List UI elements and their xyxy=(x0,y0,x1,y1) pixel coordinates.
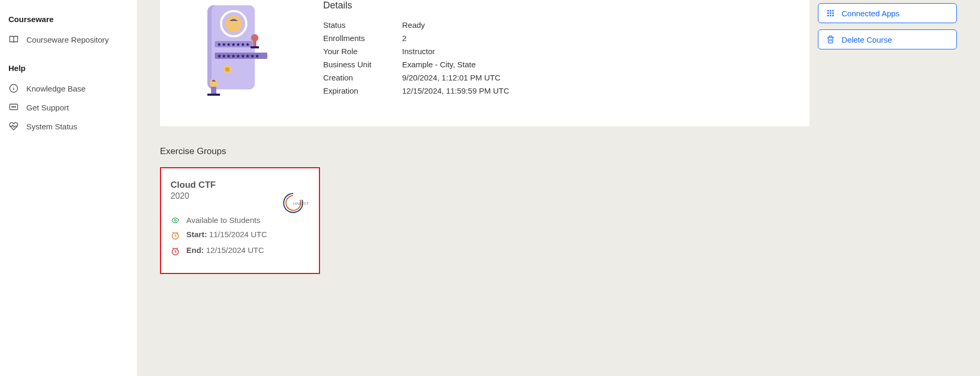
sidebar-section-help: Help Knowledge Base Get Support System S… xyxy=(8,64,128,136)
details-card: ★★★★★★★ ★★★★★★★★★ Details Status Ready xyxy=(160,0,809,126)
info-icon xyxy=(8,83,19,94)
svg-rect-41 xyxy=(827,15,829,16)
svg-rect-38 xyxy=(827,13,829,14)
sidebar-item-courseware-repository[interactable]: Courseware Repository xyxy=(8,30,128,49)
sidebar-item-label: Courseware Repository xyxy=(26,35,109,44)
svg-point-5 xyxy=(13,107,14,108)
section-heading-exercise-groups: Exercise Groups xyxy=(160,146,809,157)
details-row-enrollments: Enrollments 2 xyxy=(323,32,788,45)
details-value: Ready xyxy=(402,21,788,29)
svg-line-27 xyxy=(175,236,176,237)
start-value: 11/15/2024 UTC xyxy=(209,230,267,239)
details-row-expiration: Expiration 12/15/2024, 11:59:59 PM UTC xyxy=(323,84,788,97)
end-value: 12/15/2024 UTC xyxy=(206,246,264,255)
sidebar-item-knowledge-base[interactable]: Knowledge Base xyxy=(8,79,128,98)
details-value: 9/20/2024, 1:12:01 PM UTC xyxy=(402,73,788,82)
svg-point-6 xyxy=(15,107,16,108)
sidebar-item-get-support[interactable]: Get Support xyxy=(8,98,128,117)
svg-rect-39 xyxy=(830,13,832,14)
details-block: Details Status Ready Enrollments 2 Your … xyxy=(323,0,788,97)
svg-rect-35 xyxy=(827,10,829,12)
svg-point-17 xyxy=(251,34,258,42)
sidebar-section-courseware: Courseware Courseware Repository xyxy=(8,15,128,49)
details-row-business-unit: Business Unit Example - City, State xyxy=(323,58,788,71)
svg-rect-42 xyxy=(830,15,832,16)
availability-text: Available to Students xyxy=(186,216,261,225)
start-text: Start: 11/15/2024 UTC xyxy=(186,230,267,239)
sidebar-item-label: System Status xyxy=(26,122,77,131)
exercise-info: Available to Students Start: 11/15/2024 … xyxy=(171,216,309,256)
end-text: End: 12/15/2024 UTC xyxy=(186,246,264,255)
info-row-end: End: 12/15/2024 UTC xyxy=(171,246,309,256)
grid-icon xyxy=(826,8,835,18)
button-label: Connected Apps xyxy=(842,9,899,18)
sidebar-item-system-status[interactable]: System Status xyxy=(8,117,128,136)
details-label: Status xyxy=(323,21,402,29)
sidebar-item-label: Get Support xyxy=(26,103,69,112)
details-label: Your Role xyxy=(323,47,402,56)
actions-column: Connected Apps Delete Course xyxy=(809,0,957,274)
svg-line-34 xyxy=(177,248,178,249)
details-value: 2 xyxy=(402,34,788,43)
connected-apps-button[interactable]: Connected Apps xyxy=(818,3,957,23)
button-label: Delete Course xyxy=(842,35,892,44)
svg-text:★★★★★★★★★: ★★★★★★★★★ xyxy=(217,53,259,59)
details-label: Expiration xyxy=(323,86,402,95)
svg-rect-16 xyxy=(225,67,229,72)
svg-line-32 xyxy=(175,252,176,253)
svg-point-4 xyxy=(12,107,13,108)
details-row-creation: Creation 9/20/2024, 1:12:01 PM UTC xyxy=(323,71,788,84)
course-image: ★★★★★★★ ★★★★★★★★★ xyxy=(181,0,281,105)
clock-icon xyxy=(171,230,180,240)
details-value: Instructor xyxy=(402,47,788,56)
details-label: Enrollments xyxy=(323,34,402,43)
svg-rect-43 xyxy=(832,15,834,16)
cloud-ctf-logo: LOUD CTF xyxy=(277,189,309,217)
sidebar-section-title: Courseware xyxy=(8,15,128,24)
svg-rect-19 xyxy=(251,46,259,48)
end-label: End: xyxy=(186,246,204,255)
sidebar-section-title: Help xyxy=(8,64,128,73)
details-heading: Details xyxy=(323,0,788,11)
svg-rect-37 xyxy=(832,10,834,12)
main-content: ★★★★★★★ ★★★★★★★★★ Details Status Ready xyxy=(137,0,980,376)
eye-icon xyxy=(171,216,180,224)
start-label: Start: xyxy=(186,230,207,239)
details-value: 12/15/2024, 11:59:59 PM UTC xyxy=(402,86,788,95)
info-row-availability: Available to Students xyxy=(171,216,309,225)
svg-rect-22 xyxy=(207,94,220,96)
details-label: Business Unit xyxy=(323,60,402,69)
svg-point-24 xyxy=(174,219,176,221)
svg-text:★★★★★★★: ★★★★★★★ xyxy=(217,42,250,47)
svg-point-10 xyxy=(225,15,242,32)
svg-rect-36 xyxy=(830,10,832,12)
svg-rect-21 xyxy=(211,87,216,94)
heartbeat-icon xyxy=(8,121,19,131)
exercise-card-title: Cloud CTF xyxy=(171,180,309,190)
trash-icon xyxy=(826,35,835,44)
details-row-status: Status Ready xyxy=(323,18,788,32)
info-row-start: Start: 11/15/2024 UTC xyxy=(171,230,309,240)
delete-course-button[interactable]: Delete Course xyxy=(818,29,957,49)
svg-line-33 xyxy=(173,248,174,249)
book-icon xyxy=(8,34,19,45)
details-label: Creation xyxy=(323,73,402,82)
clock-icon xyxy=(171,246,180,256)
details-row-role: Your Role Instructor xyxy=(323,45,788,58)
chat-icon xyxy=(8,102,19,113)
details-value: Example - City, State xyxy=(402,60,788,69)
svg-rect-40 xyxy=(832,13,834,14)
svg-line-28 xyxy=(173,232,174,233)
sidebar: Courseware Courseware Repository Help Kn… xyxy=(0,0,137,376)
svg-line-29 xyxy=(177,232,178,233)
exercise-card[interactable]: Cloud CTF 2020 LOUD CTF Available to Stu… xyxy=(160,167,320,274)
sidebar-item-label: Knowledge Base xyxy=(26,84,86,93)
svg-text:LOUD CTF: LOUD CTF xyxy=(293,202,308,205)
